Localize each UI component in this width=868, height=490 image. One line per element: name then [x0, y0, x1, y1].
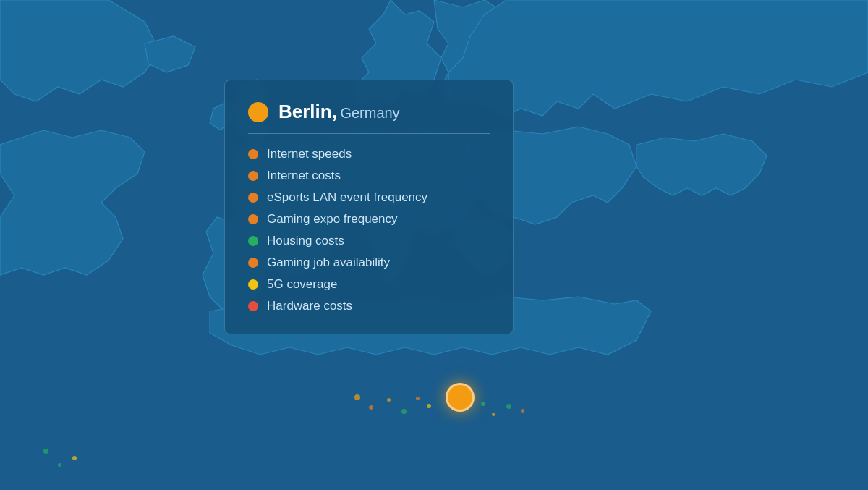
metric-item: Gaming job availability: [248, 255, 490, 270]
metric-item: Gaming expo frequency: [248, 212, 490, 227]
metric-label: Gaming expo frequency: [267, 212, 398, 227]
popup-header: Berlin, Germany: [248, 101, 490, 123]
metric-label: Internet costs: [267, 169, 341, 183]
metric-label: eSports LAN event frequency: [267, 190, 427, 205]
metric-label: Housing costs: [267, 234, 344, 248]
header-divider: [248, 133, 490, 134]
metric-label: 5G coverage: [267, 277, 337, 292]
metric-label: Hardware costs: [267, 299, 352, 313]
metric-dot: [248, 193, 258, 203]
metric-item: Internet costs: [248, 169, 490, 183]
metrics-list: Internet speeds Internet costs eSports L…: [248, 147, 490, 313]
city-name: Berlin,: [278, 101, 337, 122]
city-name-container: Berlin, Germany: [278, 101, 400, 123]
metric-dot: [248, 279, 258, 290]
metric-item: Hardware costs: [248, 299, 490, 313]
metric-dot: [248, 214, 258, 224]
metric-label: Gaming job availability: [267, 255, 390, 270]
location-popup: Berlin, Germany Internet speeds Internet…: [224, 80, 514, 334]
metric-dot: [248, 236, 258, 246]
metric-item: 5G coverage: [248, 277, 490, 292]
berlin-map-marker: [446, 383, 475, 412]
metric-label: Internet speeds: [267, 147, 352, 161]
metric-item: eSports LAN event frequency: [248, 190, 490, 205]
city-marker-dot: [248, 102, 268, 122]
metric-dot: [248, 301, 258, 311]
metric-item: Internet speeds: [248, 147, 490, 161]
metric-item: Housing costs: [248, 234, 490, 248]
country-name: Germany: [340, 105, 399, 121]
metric-dot: [248, 258, 258, 268]
metric-dot: [248, 171, 258, 181]
metric-dot: [248, 149, 258, 159]
